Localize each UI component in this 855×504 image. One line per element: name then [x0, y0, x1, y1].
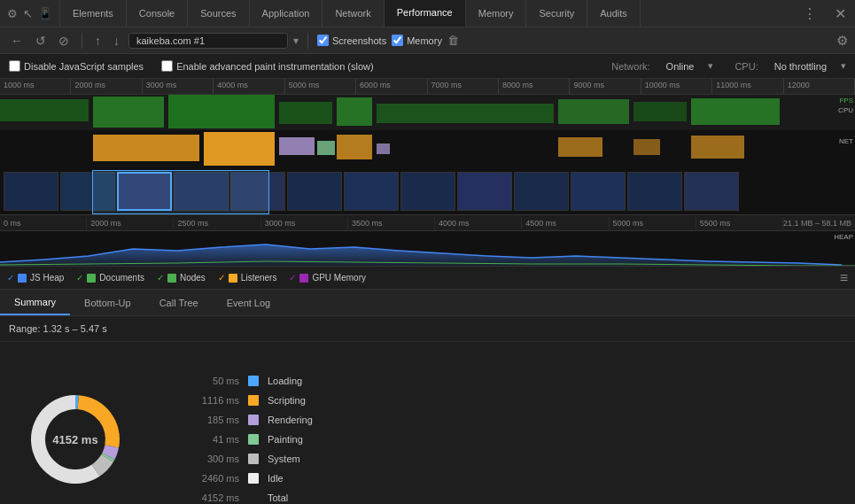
- legend-item-gpu-memory[interactable]: ✓GPU Memory: [289, 273, 366, 283]
- legend-checkbox[interactable]: ✓: [157, 273, 164, 283]
- trash-icon[interactable]: 🗑: [447, 34, 459, 47]
- legend-label: Documents: [99, 273, 144, 283]
- memory-checkbox[interactable]: Memory: [392, 35, 442, 46]
- device-icon[interactable]: 📱: [38, 7, 52, 20]
- cpu-label: CPU:: [735, 61, 758, 72]
- reload-icon[interactable]: ↺: [32, 32, 50, 50]
- heap-chart: HEAP: [0, 231, 855, 267]
- legend-color-box: [229, 274, 237, 283]
- heap-tick: 0 ms: [0, 217, 87, 229]
- stat-ms: 41 ms: [186, 434, 239, 445]
- upload-icon[interactable]: ↑: [91, 32, 105, 50]
- sub-tab-call-tree[interactable]: Call Tree: [145, 290, 213, 315]
- tab-elements[interactable]: Elements: [60, 0, 127, 27]
- enable-paint-checkbox[interactable]: Enable advanced paint instrumentation (s…: [161, 60, 374, 72]
- tab-sources[interactable]: Sources: [188, 0, 249, 27]
- cpu-value: No throttling: [774, 61, 827, 72]
- network-label: Network:: [611, 61, 649, 72]
- stat-label: Loading: [268, 376, 302, 386]
- cpu-label-right: CPU: [838, 106, 853, 114]
- url-dropdown[interactable]: ▾: [293, 35, 299, 47]
- stat-color-box: [248, 395, 259, 406]
- heap-tick: 2000 ms: [87, 217, 174, 229]
- svg-rect-16: [558, 137, 602, 157]
- legend-checkbox[interactable]: ✓: [218, 273, 225, 283]
- screenshot-thumb: [514, 172, 569, 211]
- tab-more-button[interactable]: ⋮: [794, 5, 826, 22]
- legend-more-button[interactable]: ≡: [840, 270, 848, 286]
- svg-rect-15: [377, 143, 390, 154]
- heap-tick: 5500 ms: [696, 217, 783, 229]
- stat-row: 50 msLoading: [186, 376, 313, 386]
- legend-color-box: [18, 274, 27, 283]
- legend-item-js-heap[interactable]: ✓JS Heap: [7, 273, 64, 283]
- stat-row: 1116 msScripting: [186, 395, 313, 406]
- stat-label: System: [268, 454, 300, 464]
- stat-row: 2460 msIdle: [186, 473, 313, 484]
- gear-icon[interactable]: ⚙: [836, 33, 848, 49]
- tab-memory[interactable]: Memory: [466, 0, 527, 27]
- sub-tab-event-log[interactable]: Event Log: [213, 290, 285, 315]
- fps-cpu-area: FPS CPU NET: [0, 95, 855, 167]
- svg-rect-7: [633, 102, 687, 121]
- screenshot-thumb: [684, 172, 739, 211]
- cpu-dropdown[interactable]: ▾: [841, 60, 846, 72]
- sub-tab-bottom-up[interactable]: Bottom-Up: [70, 290, 145, 315]
- legend-item-documents[interactable]: ✓Documents: [76, 273, 144, 283]
- stat-color-box: [248, 415, 259, 425]
- options-right: Network: Online ▾ CPU: No throttling ▾: [611, 60, 846, 72]
- donut-label: 4152 ms: [52, 433, 97, 446]
- ruler-tick: 10000 ms: [641, 79, 712, 94]
- screenshots-checkbox[interactable]: Screenshots: [317, 35, 386, 46]
- legend-checkbox[interactable]: ✓: [289, 273, 296, 283]
- timeline-ruler: 1000 ms2000 ms3000 ms4000 ms5000 ms6000 …: [0, 79, 855, 95]
- pointer-icon[interactable]: ↖: [23, 7, 33, 20]
- legend-label: Listeners: [241, 273, 277, 283]
- svg-rect-17: [633, 139, 660, 155]
- svg-rect-1: [93, 97, 164, 128]
- range-bar: Range: 1.32 s – 5.47 s: [0, 316, 855, 342]
- heap-tick: 3000 ms: [261, 217, 348, 229]
- screenshot-thumb: [457, 172, 512, 211]
- svg-rect-10: [93, 135, 199, 161]
- legend-checkbox[interactable]: ✓: [76, 273, 83, 283]
- url-input[interactable]: kaikeba.com #1: [128, 33, 288, 49]
- stat-ms: 2460 ms: [186, 473, 239, 484]
- tab-application[interactable]: Application: [250, 0, 323, 27]
- download-icon[interactable]: ↓: [110, 32, 123, 50]
- divider: [82, 33, 82, 49]
- sub-tabs: SummaryBottom-UpCall TreeEvent Log: [0, 290, 855, 316]
- tab-security[interactable]: Security: [526, 0, 587, 27]
- legend-item-listeners[interactable]: ✓Listeners: [218, 273, 277, 283]
- svg-rect-6: [558, 99, 629, 124]
- stat-label: Scripting: [268, 395, 306, 406]
- screenshot-strip: [0, 167, 855, 215]
- ruler-tick: 7000 ms: [428, 79, 499, 94]
- tab-performance[interactable]: Performance: [385, 0, 466, 27]
- svg-rect-18: [691, 136, 744, 159]
- tab-console[interactable]: Console: [127, 0, 188, 27]
- network-dropdown[interactable]: ▾: [708, 60, 713, 72]
- close-button[interactable]: ✕: [826, 5, 855, 22]
- stats-legend: 50 msLoading1116 msScripting185 msRender…: [186, 376, 313, 503]
- stat-ms: 4152 ms: [186, 492, 239, 503]
- stat-ms: 300 ms: [186, 454, 239, 464]
- tab-audits[interactable]: Audits: [587, 0, 641, 27]
- legend-color-box: [167, 274, 176, 283]
- stat-label: Painting: [268, 434, 303, 445]
- tab-bar: ⚙ ↖ 📱 ElementsConsoleSourcesApplicationN…: [0, 0, 855, 27]
- tab-network[interactable]: Network: [323, 0, 384, 27]
- stat-row: 4152 msTotal: [186, 492, 313, 503]
- screenshot-thumb: [400, 172, 455, 211]
- ruler-tick: 11000 ms: [712, 79, 783, 94]
- back-icon[interactable]: ←: [7, 32, 27, 50]
- ruler-tick: 6000 ms: [356, 79, 427, 94]
- heap-tick: 2500 ms: [174, 217, 260, 229]
- stat-color-box: [248, 434, 259, 445]
- disable-js-checkbox[interactable]: Disable JavaScript samples: [9, 60, 144, 72]
- legend-checkbox[interactable]: ✓: [7, 273, 14, 283]
- legend-item-nodes[interactable]: ✓Nodes: [157, 273, 206, 283]
- sub-tab-summary[interactable]: Summary: [0, 290, 70, 315]
- stop-icon[interactable]: ⊘: [55, 32, 73, 50]
- heap-tick: 3500 ms: [348, 217, 435, 229]
